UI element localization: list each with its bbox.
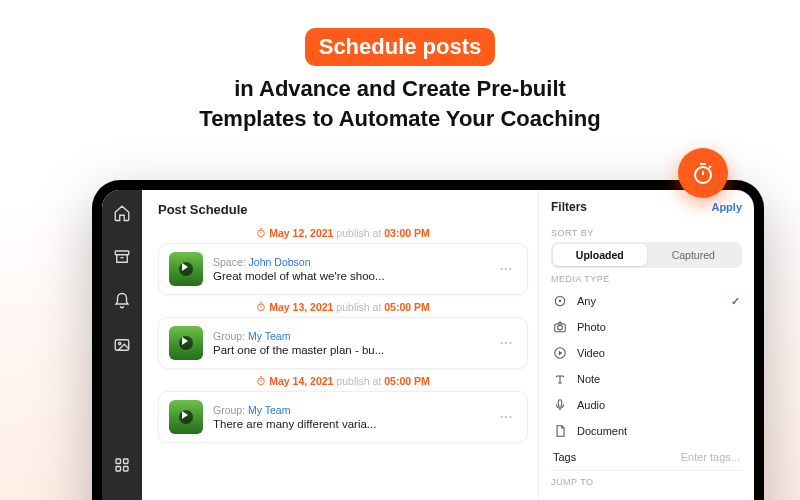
media-type-label: Video bbox=[577, 347, 605, 359]
media-type-label: Photo bbox=[577, 321, 606, 333]
media-type-any[interactable]: Any✓ bbox=[551, 288, 742, 314]
svg-rect-5 bbox=[124, 459, 129, 464]
more-icon[interactable]: ··· bbox=[496, 336, 517, 350]
check-icon: ✓ bbox=[731, 295, 740, 308]
post-excerpt: There are many different varia... bbox=[213, 418, 443, 430]
sort-option-uploaded[interactable]: Uploaded bbox=[553, 244, 647, 266]
tags-label: Tags bbox=[553, 451, 576, 463]
home-icon[interactable] bbox=[113, 204, 131, 222]
media-type-audio[interactable]: Audio bbox=[551, 392, 742, 418]
media-type-label: Audio bbox=[577, 399, 605, 411]
svg-point-14 bbox=[559, 300, 561, 302]
date-header: May 13, 2021 publish at 05:00 PM bbox=[158, 301, 528, 313]
filters-panel: Filters Apply SORT BY UploadedCaptured M… bbox=[538, 190, 754, 500]
headline-line-1: in Advance and Create Pre-built bbox=[0, 76, 800, 102]
post-excerpt: Great model of what we're shoo... bbox=[213, 270, 443, 282]
filters-title: Filters bbox=[551, 200, 587, 214]
feed-title: Post Schedule bbox=[158, 202, 528, 217]
jump-to-label: JUMP TO bbox=[551, 477, 742, 487]
svg-rect-2 bbox=[115, 340, 129, 351]
svg-rect-7 bbox=[124, 467, 129, 472]
feed: Post Schedule May 12, 2021 publish at 03… bbox=[142, 190, 538, 500]
svg-point-12 bbox=[258, 378, 265, 385]
screen: Post Schedule May 12, 2021 publish at 03… bbox=[102, 190, 754, 500]
apps-icon[interactable] bbox=[113, 456, 131, 474]
post-card[interactable]: Group: My TeamPart one of the master pla… bbox=[158, 317, 528, 369]
nav-sidebar bbox=[102, 190, 142, 500]
svg-rect-18 bbox=[558, 400, 562, 406]
media-type-label: MEDIA TYPE bbox=[551, 274, 742, 284]
media-type-label: Any bbox=[577, 295, 596, 307]
media-type-label: Document bbox=[577, 425, 627, 437]
year-row[interactable]: Year Any bbox=[551, 491, 742, 500]
media-type-note[interactable]: Note bbox=[551, 366, 742, 392]
headline-pill: Schedule posts bbox=[305, 28, 496, 66]
more-icon[interactable]: ··· bbox=[496, 262, 517, 276]
svg-point-11 bbox=[258, 304, 265, 311]
svg-point-16 bbox=[558, 325, 563, 330]
media-type-document[interactable]: Document bbox=[551, 418, 742, 444]
tablet-frame: Post Schedule May 12, 2021 publish at 03… bbox=[92, 180, 764, 500]
sort-option-captured[interactable]: Captured bbox=[647, 244, 741, 266]
apply-button[interactable]: Apply bbox=[711, 201, 742, 213]
camera-icon bbox=[553, 320, 567, 334]
date-header: May 12, 2021 publish at 03:00 PM bbox=[158, 227, 528, 239]
date-header: May 14, 2021 publish at 05:00 PM bbox=[158, 375, 528, 387]
headline: Schedule posts in Advance and Create Pre… bbox=[0, 0, 800, 132]
schedule-fab[interactable] bbox=[678, 148, 728, 198]
post-meta: Group: My Team bbox=[213, 330, 486, 342]
media-type-label: Note bbox=[577, 373, 600, 385]
image-icon[interactable] bbox=[113, 336, 131, 354]
svg-point-3 bbox=[119, 342, 121, 344]
text-icon bbox=[553, 372, 567, 386]
mic-icon bbox=[553, 398, 567, 412]
file-icon bbox=[553, 424, 567, 438]
more-icon[interactable]: ··· bbox=[496, 410, 517, 424]
post-card[interactable]: Group: My TeamThere are many different v… bbox=[158, 391, 528, 443]
video-thumb bbox=[169, 400, 203, 434]
media-type-photo[interactable]: Photo bbox=[551, 314, 742, 340]
play-circle-icon bbox=[553, 346, 567, 360]
sort-segmented: UploadedCaptured bbox=[551, 242, 742, 268]
stopwatch-icon bbox=[691, 161, 715, 185]
post-meta: Group: My Team bbox=[213, 404, 486, 416]
post-excerpt: Part one of the master plan - bu... bbox=[213, 344, 443, 356]
video-thumb bbox=[169, 252, 203, 286]
post-card[interactable]: Space: John DobsonGreat model of what we… bbox=[158, 243, 528, 295]
svg-rect-1 bbox=[115, 251, 129, 255]
tags-row[interactable]: Tags Enter tags... bbox=[551, 444, 742, 471]
svg-rect-6 bbox=[116, 467, 121, 472]
video-thumb bbox=[169, 326, 203, 360]
tags-placeholder: Enter tags... bbox=[681, 451, 740, 463]
svg-rect-4 bbox=[116, 459, 121, 464]
archive-icon[interactable] bbox=[113, 248, 131, 266]
main-pane: Post Schedule May 12, 2021 publish at 03… bbox=[142, 190, 754, 500]
sort-by-label: SORT BY bbox=[551, 228, 742, 238]
media-type-video[interactable]: Video bbox=[551, 340, 742, 366]
post-meta: Space: John Dobson bbox=[213, 256, 486, 268]
bell-icon[interactable] bbox=[113, 292, 131, 310]
headline-line-2: Templates to Automate Your Coaching bbox=[0, 106, 800, 132]
circle-dot-icon bbox=[553, 294, 567, 308]
